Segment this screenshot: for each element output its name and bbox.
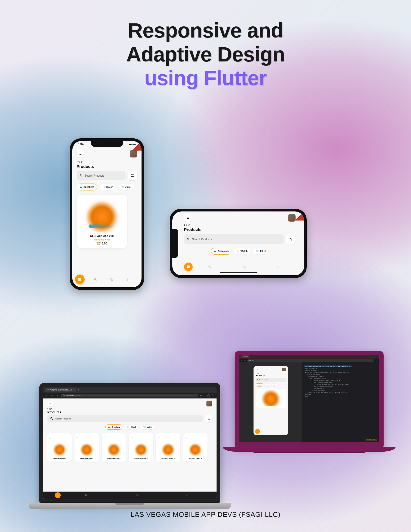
phone-portrait-mockup: 6:34 ●●● ▬ ≡ Our Products 🔍︎ Search Prod… [70,138,144,290]
search-icon: 🔍︎ [187,237,190,241]
heading-light: Our [254,371,288,374]
heart-icon[interactable]: ♡ [76,437,78,440]
heart-icon[interactable]: ♡ [49,437,51,440]
watch-icon: ⌚ [102,186,105,188]
bottom-navigation: 🔍︎ 🛍︎ ☺ [75,274,138,285]
grid-card[interactable]: ♡Product Name 2 [102,433,126,462]
grid-card[interactable]: ♡Product Name 1 [74,433,99,462]
person-icon: 👟 [80,186,82,188]
product-card[interactable] [256,389,286,408]
chip-watch[interactable]: Watch [264,383,271,386]
avatar[interactable] [282,368,286,371]
chip-jacket[interactable]: Jaket [272,383,277,386]
search-input[interactable]: 🔍︎ Search Products [77,171,126,180]
search-placeholder: Search Products [192,238,212,241]
product-image [80,198,124,232]
phone-notch [91,141,123,147]
title-line-1: Responsive and [0,19,411,43]
chip-watch[interactable]: ⌚Watch [124,424,139,430]
search-input[interactable]: 🔍︎ Search Products [47,415,203,422]
home-fab[interactable] [75,275,85,284]
home-fab[interactable] [55,492,61,498]
chip-sneakers[interactable]: Sneakers [256,383,263,386]
grid-card[interactable]: ♡Product Name 5 [183,433,207,462]
nav-search-icon[interactable]: 🔍︎ [208,265,211,269]
heading-bold: Products [77,164,137,169]
close-tab-icon[interactable]: × [73,389,74,391]
heart-icon[interactable]: ♡ [130,437,133,440]
home-fab[interactable] [255,429,260,434]
heading-bold: Products [254,374,288,378]
svg-point-11 [209,419,210,420]
svg-point-10 [208,418,209,418]
nav-profile-icon[interactable]: ☺ [277,265,280,269]
nav-forward-icon[interactable]: → [51,394,54,397]
nav-search-icon[interactable]: 🔍︎ [93,277,97,281]
bottom-navigation: 🔍︎ 🛍︎ ☺ [43,492,217,499]
nav-profile-icon[interactable]: ☺ [162,494,213,497]
chip-jacket[interactable]: 👕Jaket [141,424,154,430]
chip-sneakers[interactable]: 👟Sneakers [105,424,122,430]
filter-button[interactable] [205,415,212,422]
debug-banner [132,141,142,151]
heart-icon[interactable]: ♡ [157,437,160,440]
avatar[interactable] [288,214,296,222]
more-icon[interactable]: ⋮ [376,360,377,361]
grid-card[interactable]: ♡Product Name 0 [47,433,72,462]
laptop-dark-mockup: ◆ Adaptive eCommerce App × + ← → ⟳ ⓘ loc… [39,383,220,509]
url-field[interactable]: ⓘ localhost:61842 [61,394,198,397]
chip-jacket[interactable]: 👕Jaket [118,184,134,190]
nav-cart-icon[interactable]: 🛍︎ [109,277,113,281]
grid-card[interactable]: ♡Product Name 3 [129,433,153,462]
reload-icon[interactable]: ⟳ [56,394,59,397]
product-image [134,442,148,456]
product-name: NIKE AIR MAX 200 [80,235,124,238]
more-icon[interactable]: ⋮ [211,394,214,397]
nav-cart-icon[interactable]: 🛍︎ [242,265,246,269]
nav-cart-icon[interactable]: 🛍︎ [111,494,162,497]
grid-card[interactable]: ♡Product Name 4 [156,433,180,462]
star-icon[interactable]: ☆ [204,394,206,397]
filter-button[interactable] [128,171,137,180]
chip-jacket[interactable]: 👕Jaket [253,248,269,255]
chip-sneakers[interactable]: 👟Sneakers [77,184,97,190]
profile-icon[interactable]: ◯ [207,394,210,397]
nav-back-icon[interactable]: ← [46,394,49,397]
browser-tab[interactable]: ◆ Adaptive eCommerce App × [45,388,76,392]
reload-icon[interactable]: ⟳ [244,360,246,361]
menu-button[interactable]: ≡ [184,214,192,222]
url-field[interactable]: localhost [247,359,374,362]
avatar[interactable] [206,401,212,406]
menu-button[interactable]: ≡ [47,401,53,406]
search-input[interactable]: 🔍︎ Search Products [184,234,284,244]
heading-bold: Products [184,227,296,232]
nav-back-icon[interactable]: ← [241,360,243,361]
chip-watch[interactable]: ⌚Watch [99,184,116,190]
selected-element[interactable]: flt-semantics-placeholder role="button" … [304,365,352,368]
menu-button[interactable]: ≡ [256,368,259,371]
heart-icon[interactable]: ♡ [103,437,106,440]
filter-button[interactable] [286,234,296,244]
product-card[interactable]: ♡ NIKE AIR MAX 200 Trending Now $240.00 [77,195,127,248]
chip-sneakers[interactable]: 👟Sneakers [211,248,231,255]
menu-button[interactable]: ≡ [77,150,84,157]
product-image [52,442,67,456]
browser-tab[interactable]: localhost [241,355,250,358]
phone-notch [172,229,178,258]
avatar[interactable] [130,150,137,157]
extensions-icon[interactable]: ⧉ [200,394,202,397]
nav-search-icon[interactable]: 🔍︎ [61,494,111,497]
sliders-icon [207,417,210,420]
new-tab-button[interactable]: + [78,388,79,391]
jacket-icon: 👕 [121,186,124,188]
nav-profile-icon[interactable]: ☺ [125,277,129,281]
search-input[interactable]: 🔍︎Search Products [256,378,286,382]
title-line-2: Adaptive Design [0,43,411,66]
heart-icon[interactable]: ♡ [185,437,187,440]
search-icon: 🔍︎ [50,417,53,421]
sliders-icon [130,173,135,178]
home-fab[interactable] [184,263,193,271]
devtools-elements-panel[interactable]: flt-semantics-placeholder role="button" … [302,362,379,442]
chip-watch[interactable]: ⌚Watch [234,248,251,255]
product-subtitle: Trending Now [80,238,124,241]
